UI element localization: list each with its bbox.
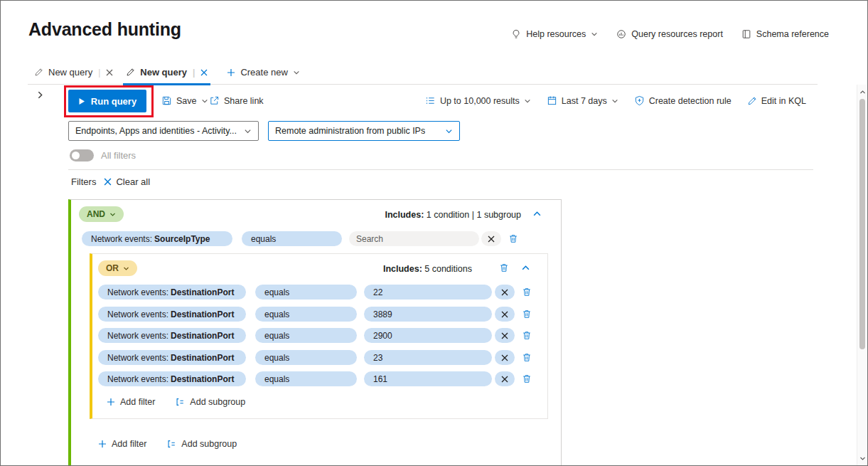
create-detection-rule-button[interactable]: Create detection rule — [634, 95, 732, 106]
condition-field-prefix: Network events: — [107, 287, 168, 297]
edit-in-kql-button[interactable]: Edit in KQL — [747, 96, 806, 106]
clear-value-button[interactable] — [481, 231, 501, 246]
clear-value-button[interactable] — [495, 371, 515, 386]
trash-icon[interactable] — [522, 330, 532, 341]
results-limit-label: Up to 10,000 results — [440, 96, 520, 106]
condition-field-pill[interactable]: Network events: SourceIpType — [82, 231, 232, 246]
report-icon — [616, 29, 626, 39]
scrollbar-thumb[interactable] — [859, 99, 865, 349]
group-add-row: Add filter Add subgroup — [98, 439, 237, 449]
trash-icon[interactable] — [522, 309, 532, 319]
clear-value-button[interactable] — [495, 307, 515, 322]
condition-field-pill[interactable]: Network events: DestinationPort — [98, 285, 246, 300]
clear-filters-icon — [104, 178, 112, 186]
condition-field-pill[interactable]: Network events: DestinationPort — [98, 350, 246, 365]
condition-value-pill[interactable]: 23 — [364, 350, 492, 365]
condition-field-pill[interactable]: Network events: DestinationPort — [98, 371, 246, 386]
close-icon[interactable] — [200, 69, 208, 76]
condition-operator-pill[interactable]: equals — [242, 231, 342, 246]
clear-value-button[interactable] — [495, 328, 515, 343]
chevron-down-icon — [123, 265, 129, 272]
scrollbar-down-icon[interactable] — [857, 452, 867, 464]
includes-label: Includes: — [383, 264, 422, 274]
condition-field-prefix: Network events: — [107, 374, 168, 384]
condition-field-prefix: Network events: — [107, 309, 168, 319]
chevron-up-icon[interactable] — [521, 263, 530, 272]
scrollbar-up-icon[interactable] — [857, 86, 867, 97]
edit-query-icon — [34, 68, 43, 77]
template-dropdown[interactable]: Remote administration from public IPs — [268, 121, 460, 141]
chevron-up-icon[interactable] — [532, 209, 542, 218]
save-button[interactable]: Save — [161, 95, 208, 106]
add-filter-label: Add filter — [112, 439, 146, 449]
results-limit-menu[interactable]: Up to 10,000 results — [425, 95, 531, 106]
vertical-scrollbar[interactable] — [857, 85, 867, 465]
save-label: Save — [176, 96, 197, 106]
condition-value-pill[interactable]: 2900 — [364, 328, 492, 343]
search-input[interactable] — [356, 234, 472, 244]
tab-label: New query — [140, 67, 187, 78]
condition-value-pill[interactable]: 161 — [364, 371, 492, 386]
includes-value: 5 conditions — [424, 264, 472, 274]
chevron-down-icon — [109, 211, 116, 218]
tab-new-query-1[interactable]: New query | — [28, 60, 119, 85]
expand-pane-chevron[interactable] — [36, 90, 45, 102]
condition-operator-pill[interactable]: equals — [255, 328, 357, 343]
delete-subgroup-button[interactable] — [499, 263, 509, 273]
condition-operator-pill[interactable]: equals — [255, 307, 357, 322]
help-resources-label: Help resources — [526, 29, 586, 39]
edit-query-icon — [126, 68, 135, 77]
clear-value-button[interactable] — [495, 350, 515, 365]
add-filter-label: Add filter — [120, 397, 155, 407]
trash-icon[interactable] — [522, 374, 532, 384]
condition-operator-pill[interactable]: equals — [255, 350, 357, 365]
condition-field-prefix: Network events: — [107, 353, 168, 363]
tab-separator: | — [193, 68, 195, 78]
subgroup-operator-label: OR — [106, 263, 119, 273]
add-subgroup-button[interactable]: Add subgroup — [175, 397, 245, 407]
condition-value-search[interactable] — [349, 231, 479, 246]
close-icon[interactable] — [106, 69, 113, 76]
tab-new-query-2-active[interactable]: New query | — [119, 60, 214, 85]
condition-value-pill[interactable]: 3889 — [364, 307, 492, 322]
query-resources-report-link[interactable]: Query resources report — [616, 29, 723, 39]
help-resources-menu[interactable]: Help resources — [511, 29, 598, 39]
schema-reference-link[interactable]: Schema reference — [741, 29, 829, 39]
add-filter-button[interactable]: Add filter — [98, 439, 146, 449]
condition-operator-pill[interactable]: equals — [255, 371, 357, 386]
edit-in-kql-label: Edit in KQL — [761, 96, 806, 106]
clear-all-label: Clear all — [116, 176, 150, 187]
subgroup-includes-summary: Includes: 5 conditions — [383, 264, 472, 274]
clear-value-button[interactable] — [495, 285, 515, 300]
clear-all-button[interactable]: Clear all — [104, 176, 150, 187]
condition-operator-pill[interactable]: equals — [255, 285, 357, 300]
advanced-hunting-page: Advanced hunting Help resources Query re… — [0, 0, 868, 466]
query-resources-report-label: Query resources report — [631, 29, 723, 39]
condition-field-name: DestinationPort — [171, 353, 234, 363]
tab-separator: | — [98, 68, 100, 78]
condition-field-name: DestinationPort — [171, 374, 234, 384]
condition-row: Network events: DestinationPort equals 2… — [98, 285, 532, 300]
condition-field-name: DestinationPort — [171, 287, 234, 297]
add-filter-button[interactable]: Add filter — [107, 397, 155, 407]
share-link-button[interactable]: Share link — [209, 95, 264, 106]
share-link-label: Share link — [224, 96, 264, 106]
run-query-button[interactable]: Run query — [68, 90, 146, 112]
group-operator-dropdown[interactable]: AND — [79, 206, 124, 222]
subgroup-operator-dropdown[interactable]: OR — [98, 260, 137, 276]
trash-icon[interactable] — [508, 233, 518, 244]
chevron-down-icon — [244, 127, 252, 135]
filter-group-and: AND Includes: 1 condition | 1 subgroup N… — [68, 199, 562, 466]
time-range-menu[interactable]: Last 7 days — [547, 95, 618, 106]
condition-field-pill[interactable]: Network events: DestinationPort — [98, 307, 246, 322]
create-new-menu[interactable]: Create new — [227, 67, 299, 78]
scope-dropdown[interactable]: Endpoints, Apps and identities - Activit… — [68, 121, 259, 141]
all-filters-toggle[interactable] — [70, 149, 94, 161]
condition-value-pill[interactable]: 22 — [364, 285, 492, 300]
trash-icon[interactable] — [522, 287, 532, 297]
condition-field-pill[interactable]: Network events: DestinationPort — [98, 328, 246, 343]
subgroup-icon — [175, 397, 185, 407]
add-subgroup-button[interactable]: Add subgroup — [166, 439, 237, 449]
plus-icon — [107, 398, 115, 406]
trash-icon[interactable] — [522, 352, 532, 363]
